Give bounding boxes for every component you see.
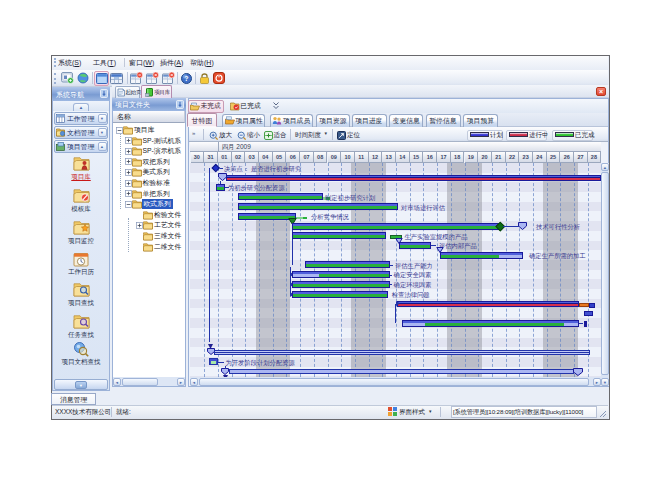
svg-text:?: ? (184, 75, 188, 82)
